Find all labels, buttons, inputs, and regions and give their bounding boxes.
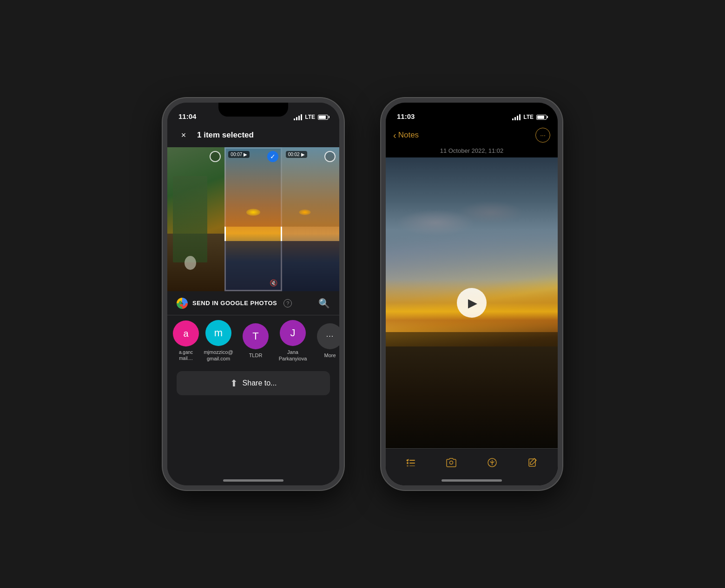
contact-avatar-3: J (280, 320, 306, 346)
video-duration-3: 00:02 ▶ (286, 151, 307, 158)
photo-thumb-3 (282, 147, 339, 291)
contact-item-3[interactable]: J JanaParkanyiova (274, 320, 311, 362)
share-icon: ⬆ (230, 378, 238, 389)
sketch-icon[interactable] (482, 452, 502, 473)
notes-date: 11 October 2022, 11:02 (386, 147, 558, 154)
svg-point-4 (407, 465, 409, 467)
contact-avatar-more: ··· (317, 323, 339, 349)
notes-video-area[interactable] (386, 157, 558, 448)
contact-name-0: a.gancmail.... (179, 349, 193, 361)
photo-2-checkbox[interactable]: ✓ (267, 151, 278, 162)
photo-grid: 00:07 ▶ ✓ 🔇 00:02 ▶ (167, 147, 339, 291)
close-button[interactable]: × (177, 128, 191, 142)
contact-item-1[interactable]: m mjmozzico@gmail.com (200, 320, 237, 362)
status-icons-1: LTE (294, 114, 328, 120)
status-icons-2: LTE (512, 114, 547, 120)
contact-name-3: JanaParkanyiova (279, 349, 307, 362)
contact-item-more[interactable]: ··· More (311, 323, 339, 359)
photo-3-checkbox[interactable] (324, 151, 336, 162)
share-to-button[interactable]: ⬆ Share to... (177, 371, 330, 395)
photo-cell-2[interactable]: 00:07 ▶ ✓ 🔇 (224, 147, 282, 291)
contact-name-2: TLDR (249, 352, 263, 359)
phone-2: 11:03 LTE ‹ Notes ··· (381, 98, 562, 490)
video-play-button[interactable] (457, 288, 487, 318)
notes-nav: ‹ Notes ··· (386, 123, 558, 147)
lte-label-2: LTE (523, 114, 534, 120)
photo-cell-3[interactable]: 00:02 ▶ (282, 147, 339, 291)
photo-thumb-1 (167, 147, 224, 291)
home-indicator-1 (223, 479, 283, 482)
notch-1 (218, 103, 288, 117)
contact-avatar-0: a (173, 320, 199, 346)
mute-icon-2: 🔇 (270, 279, 277, 287)
video-thumbnail (386, 157, 558, 448)
contact-item-2[interactable]: T TLDR (237, 323, 274, 359)
video-duration-2: 00:07 ▶ (228, 151, 250, 158)
google-photos-logo (177, 298, 188, 309)
battery-icon-1 (318, 115, 328, 120)
google-photos-label: SEND IN GOOGLE PHOTOS (192, 300, 277, 307)
checklist-icon[interactable] (401, 452, 421, 473)
phone1-screen: 11:04 LTE × 1 item selected (167, 103, 339, 485)
camera-icon[interactable] (441, 452, 461, 473)
signal-icon-1 (294, 114, 302, 120)
signal-icon-2 (512, 114, 521, 120)
contact-name-more: More (324, 352, 336, 359)
notch-2 (437, 103, 507, 117)
contact-avatar-2: T (243, 323, 269, 349)
time-2: 11:03 (397, 112, 415, 120)
selection-title: 1 item selected (197, 131, 254, 140)
share-section: SEND IN GOOGLE PHOTOS ? 🔍 a a.gancmail..… (167, 291, 339, 485)
contact-item-0[interactable]: a a.gancmail.... (172, 320, 200, 361)
svg-point-2 (407, 462, 409, 464)
photo-thumb-2 (224, 147, 282, 291)
contact-name-1: mjmozzico@gmail.com (204, 349, 233, 362)
notes-back-label: Notes (398, 131, 419, 140)
search-button[interactable]: 🔍 (318, 298, 330, 309)
battery-icon-2 (536, 115, 547, 120)
contact-avatar-1: m (205, 320, 231, 346)
lte-label-1: LTE (305, 114, 315, 120)
back-chevron-icon: ‹ (393, 130, 396, 141)
home-indicator-2 (442, 479, 502, 482)
phone-1: 11:04 LTE × 1 item selected (163, 98, 344, 490)
svg-point-6 (450, 461, 453, 464)
time-1: 11:04 (178, 112, 196, 120)
contacts-row: a a.gancmail.... m mjmozzico@gmail.com T… (167, 315, 339, 366)
notes-more-button[interactable]: ··· (535, 128, 550, 143)
notes-back-button[interactable]: ‹ Notes (393, 130, 419, 141)
selection-header: × 1 item selected (167, 123, 339, 147)
google-photos-row: SEND IN GOOGLE PHOTOS ? 🔍 (167, 291, 339, 315)
phone2-screen: 11:03 LTE ‹ Notes ··· (386, 103, 558, 485)
help-button[interactable]: ? (283, 299, 292, 307)
photo-cell-1[interactable] (167, 147, 224, 291)
compose-icon[interactable] (522, 452, 543, 473)
share-to-label: Share to... (243, 379, 277, 387)
